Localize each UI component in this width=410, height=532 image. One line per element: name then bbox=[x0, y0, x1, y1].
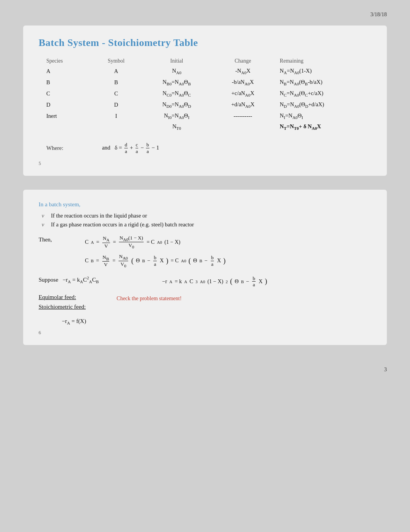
bullet-text-2: If a gas phase reaction occurs in a rigi… bbox=[51, 221, 194, 228]
check-message: Check the problem statement! bbox=[117, 296, 181, 302]
bullet-text-1: If the reaction occurs in the liquid pha… bbox=[51, 212, 147, 219]
then-label: Then, bbox=[39, 236, 62, 243]
list-item: v If a gas phase reaction occurs in a ri… bbox=[42, 221, 371, 228]
cb-equation: CB = NB V = NA0 V0 (ΘB − b a X) = CA0(ΘB… bbox=[85, 253, 225, 269]
col-species: Species bbox=[39, 56, 91, 66]
delta-formula: and δ = d a + c a − b a − 1 bbox=[102, 142, 159, 154]
batch-intro: In a batch system, bbox=[39, 201, 371, 208]
table-row: A A NA0 -NA0X NA=NA0(1-X) bbox=[39, 66, 371, 77]
col-initial: Initial bbox=[141, 56, 212, 66]
stoich-table: Species Symbol Initial Change Remaining … bbox=[39, 56, 371, 133]
where-row: Where: and δ = d a + c a − b a − 1 bbox=[39, 142, 371, 154]
suppose-label: Suppose −rA = kAC2ACB bbox=[39, 275, 99, 284]
table-row: B B NB0=NA0ΘB -b/aNA0X NB=NA0(ΘB-b/aX) bbox=[39, 77, 371, 88]
equimolar-label: Equimolar feed: bbox=[39, 294, 86, 301]
final-equation: −rA = f(X) bbox=[62, 318, 371, 325]
table-row: NT0 NT=NT0+ δ NA0X bbox=[39, 121, 371, 133]
list-item: v If the reaction occurs in the liquid p… bbox=[42, 212, 371, 219]
stoich-label: Stoichiometric feed: bbox=[39, 304, 86, 310]
bullet-list: v If the reaction occurs in the liquid p… bbox=[42, 212, 371, 228]
col-remaining: Remaining bbox=[274, 56, 371, 66]
then-block: Then, CA = NA V = NA0(1 − X) V0 = CA0(1 … bbox=[39, 235, 371, 269]
page-date: 3/18/18 bbox=[23, 12, 387, 18]
col-change: Change bbox=[212, 56, 274, 66]
col-symbol: Symbol bbox=[91, 56, 141, 66]
ca-equation: CA = NA V = NA0(1 − X) V0 = CA0(1 − X) bbox=[85, 235, 225, 250]
stoichiometry-card: Batch System - Stoichiometry Table Speci… bbox=[23, 25, 387, 176]
page-num-5: 5 bbox=[39, 161, 371, 167]
suppose-result: −rA = kAC3A0 (1 − X)2 (ΘB − b a X) bbox=[162, 275, 267, 288]
table-row: C C NC0=NA0ΘC +c/aNA0X NC=NA0(ΘC+c/aX) bbox=[39, 88, 371, 99]
table-row: D D ND0=NA0ΘD +d/aNA0X ND=NA0(ΘD+d/aX) bbox=[39, 99, 371, 110]
where-label: Where: bbox=[46, 145, 63, 151]
batch-card: In a batch system, v If the reaction occ… bbox=[23, 190, 387, 345]
card1-title: Batch System - Stoichiometry Table bbox=[39, 37, 371, 49]
equations: CA = NA V = NA0(1 − X) V0 = CA0(1 − X) C… bbox=[85, 235, 225, 269]
page-num-6: 6 bbox=[39, 330, 371, 336]
table-row: Inert I NI0=NA0ΘI ---------- NI=NA0ΘI bbox=[39, 110, 371, 122]
page-number-bottom: 3 bbox=[23, 367, 387, 373]
suppose-block: Suppose −rA = kAC2ACB −rA = kAC3A0 (1 − … bbox=[39, 275, 371, 288]
